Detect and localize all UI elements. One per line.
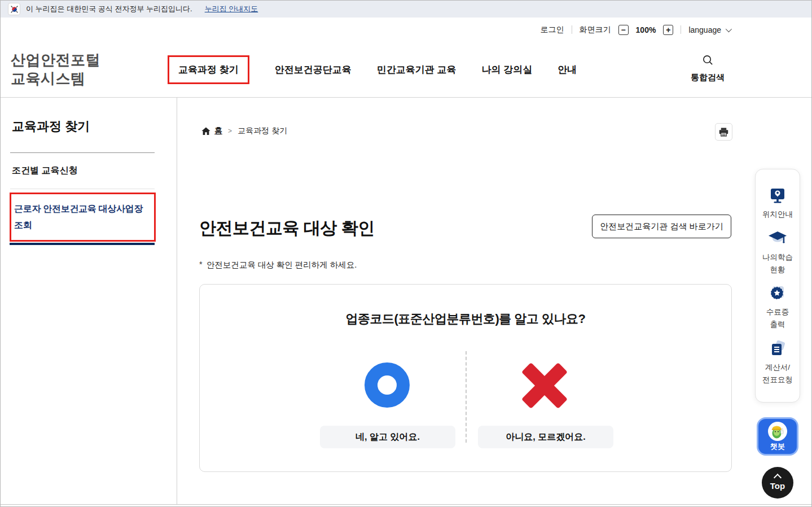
chatbot-mascot-icon bbox=[768, 422, 787, 441]
sidebar-active-item-wrap: 근로자 안전보건교육 대상사업장 조회 bbox=[10, 193, 156, 245]
quick-menu-label: 수료증 bbox=[766, 306, 789, 318]
sidebar-item-conditional-apply[interactable]: 조건별 교육신청 bbox=[12, 165, 77, 177]
page-title: 안전보건교육 대상 확인 bbox=[199, 217, 375, 240]
header: 산업안전포털 교육시스템 교육과정 찾기 안전보건공단교육 민간교육기관 교육 … bbox=[1, 42, 811, 98]
chevron-up-icon bbox=[774, 474, 782, 482]
nav-item-course-search[interactable]: 교육과정 찾기 bbox=[168, 55, 249, 84]
divider bbox=[681, 25, 681, 34]
zoom-level: 100% bbox=[636, 25, 656, 34]
korea-flag-icon bbox=[8, 3, 20, 15]
location-monitor-icon bbox=[769, 187, 787, 204]
page-note: * 안전보건교육 대상 확인 편리하게 하세요. bbox=[199, 260, 357, 270]
answer-no-button[interactable]: 아니요, 모르겠어요. bbox=[478, 426, 613, 448]
quick-menu-location-guide[interactable]: 위치안내 bbox=[762, 187, 793, 221]
footer-top-border bbox=[1, 504, 811, 505]
screen-size-label: 화면크기 bbox=[580, 25, 611, 35]
nav-item-guide[interactable]: 안내 bbox=[558, 63, 577, 76]
graduation-cap-icon bbox=[768, 230, 787, 247]
quick-menu-label: 출력 bbox=[770, 318, 785, 331]
industry-code-question-card: 업종코드(표준산업분류번호)를 알고 있나요? 네, 알고 있어요. 아니요, … bbox=[199, 284, 732, 472]
circle-o-icon bbox=[365, 362, 410, 408]
nav-item-kosha-education[interactable]: 안전보건공단교육 bbox=[275, 63, 352, 76]
quick-menu-invoice-request[interactable]: 계산서/ 전표요청 bbox=[762, 340, 793, 386]
note-asterisk: * bbox=[199, 260, 203, 270]
top-label: Top bbox=[770, 481, 785, 491]
divider bbox=[10, 189, 155, 189]
site-logo[interactable]: 산업안전포털 교육시스템 bbox=[11, 51, 100, 88]
annotation-highlight-sidebar: 근로자 안전보건교육 대상사업장 조회 bbox=[10, 193, 156, 242]
login-link[interactable]: 로그인 bbox=[541, 25, 564, 35]
quick-menu-certificate-print[interactable]: 수료증 출력 bbox=[766, 285, 789, 331]
breadcrumb-home-label: 홈 bbox=[214, 126, 222, 136]
active-item-underline bbox=[10, 243, 155, 245]
zoom-in-button[interactable]: + bbox=[663, 25, 673, 35]
utility-bar: 로그인 화면크기 − 100% + language bbox=[1, 18, 811, 42]
logo-line1: 산업안전포털 bbox=[11, 51, 100, 69]
quick-menu-label: 계산서/ bbox=[765, 361, 790, 374]
zoom-out-button[interactable]: − bbox=[618, 25, 629, 35]
page: 이 누리집은 대한민국 공식 전자정부 누리집입니다. 누리집 안내지도 로그인… bbox=[0, 0, 812, 507]
nav-item-my-classroom[interactable]: 나의 강의실 bbox=[481, 63, 532, 76]
divider bbox=[572, 25, 572, 34]
chatbot-label: 챗봇 bbox=[770, 442, 785, 452]
institution-search-shortcut-button[interactable]: 안전보건교육기관 검색 바로가기 bbox=[592, 215, 731, 238]
breadcrumb-current: 교육과정 찾기 bbox=[238, 126, 287, 136]
chevron-down-icon bbox=[726, 25, 732, 32]
back-to-top-button[interactable]: Top bbox=[762, 467, 793, 499]
x-icon bbox=[522, 363, 567, 408]
logo-line2: 교육시스템 bbox=[11, 69, 100, 88]
breadcrumb-separator: > bbox=[228, 127, 232, 135]
quick-menu-label: 위치안내 bbox=[762, 208, 793, 221]
quick-menu-label: 나의학습 bbox=[762, 251, 793, 264]
breadcrumb-home[interactable]: 홈 bbox=[201, 126, 222, 136]
language-label: language bbox=[688, 25, 721, 34]
divider bbox=[10, 152, 155, 153]
card-question: 업종코드(표준산업분류번호)를 알고 있나요? bbox=[200, 311, 731, 327]
certificate-seal-icon bbox=[769, 285, 787, 302]
invoice-document-icon bbox=[769, 340, 787, 357]
home-icon bbox=[201, 127, 210, 136]
chatbot-button[interactable]: 챗봇 bbox=[757, 417, 798, 456]
breadcrumb: 홈 > 교육과정 찾기 bbox=[201, 126, 287, 136]
sidebar-title: 교육과정 찾기 bbox=[12, 118, 90, 135]
nav-item-private-education[interactable]: 민간교육기관 교육 bbox=[377, 63, 457, 76]
search-label: 통합검색 bbox=[689, 72, 726, 83]
search-icon bbox=[702, 54, 714, 66]
dashed-divider bbox=[466, 351, 467, 443]
left-sidebar: 교육과정 찾기 조건별 교육신청 근로자 안전보건교육 대상사업장 조회 bbox=[1, 98, 177, 504]
gov-banner-text: 이 누리집은 대한민국 공식 전자정부 누리집입니다. bbox=[26, 4, 192, 14]
quick-menu-label: 현황 bbox=[770, 264, 785, 276]
quick-menu-my-learning[interactable]: 나의학습 현황 bbox=[762, 230, 793, 276]
gov-banner: 이 누리집은 대한민국 공식 전자정부 누리집입니다. 누리집 안내지도 bbox=[1, 1, 811, 18]
printer-icon bbox=[719, 128, 728, 137]
quick-menu-panel: 위치안내 나의학습 현황 수료증 출력 bbox=[755, 169, 800, 403]
main-nav: 교육과정 찾기 안전보건공단교육 민간교육기관 교육 나의 강의실 안내 bbox=[168, 42, 577, 98]
answer-yes-button[interactable]: 네, 알고 있어요. bbox=[320, 426, 455, 448]
sitemap-link[interactable]: 누리집 안내지도 bbox=[205, 4, 258, 14]
global-search-button[interactable]: 통합검색 bbox=[689, 54, 726, 83]
note-text: 안전보건교육 대상 확인 편리하게 하세요. bbox=[207, 260, 357, 270]
quick-menu-label: 전표요청 bbox=[762, 374, 793, 386]
print-button[interactable] bbox=[715, 123, 732, 141]
language-selector[interactable]: language bbox=[688, 25, 730, 34]
sidebar-item-worker-education-lookup[interactable]: 근로자 안전보건교육 대상사업장 조회 bbox=[14, 200, 152, 233]
